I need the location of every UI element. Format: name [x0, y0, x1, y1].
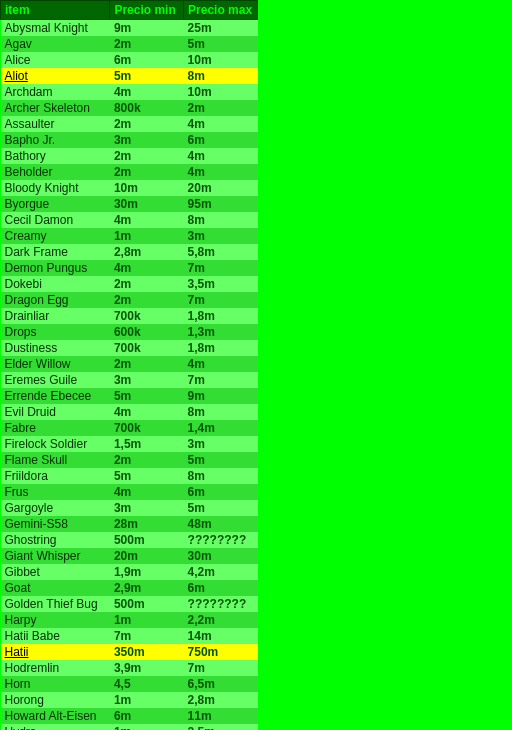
cell-item: Giant Whisper: [1, 548, 110, 564]
table-row: Friildora5m8m: [1, 468, 258, 484]
cell-item: Drainliar: [1, 308, 110, 324]
table-row: Firelock Soldier1,5m3m: [1, 436, 258, 452]
cell-precio-min: 700k: [110, 340, 184, 356]
cell-item: Bloody Knight: [1, 180, 110, 196]
cell-item: Elder Willow: [1, 356, 110, 372]
cell-precio-max: 14m: [184, 628, 258, 644]
cell-precio-min: 30m: [110, 196, 184, 212]
cell-precio-min: 1m: [110, 692, 184, 708]
table-row: Harpy1m2,2m: [1, 612, 258, 628]
table-row: Drops600k1,3m: [1, 324, 258, 340]
cell-precio-min: 1m: [110, 612, 184, 628]
table-row: Goat2,9m6m: [1, 580, 258, 596]
cell-item: Frus: [1, 484, 110, 500]
table-row: Archer Skeleton800k2m: [1, 100, 258, 116]
cell-item: Dustiness: [1, 340, 110, 356]
cell-precio-max: 5m: [184, 452, 258, 468]
cell-precio-min: 2m: [110, 276, 184, 292]
cell-precio-max: 8m: [184, 468, 258, 484]
table-row: Flame Skull2m5m: [1, 452, 258, 468]
cell-item: Bathory: [1, 148, 110, 164]
cell-item: Hatii Babe: [1, 628, 110, 644]
cell-item: Goat: [1, 580, 110, 596]
cell-precio-max: 4m: [184, 164, 258, 180]
cell-item: Demon Pungus: [1, 260, 110, 276]
table-row: Horn4,56,5m: [1, 676, 258, 692]
cell-item: Cecil Damon: [1, 212, 110, 228]
price-table: item Precio min Precio max Abysmal Knigh…: [0, 0, 258, 730]
cell-item: Harpy: [1, 612, 110, 628]
cell-item: Hatii: [1, 644, 110, 660]
cell-item: Gargoyle: [1, 500, 110, 516]
cell-item: Friildora: [1, 468, 110, 484]
cell-precio-min: 800k: [110, 100, 184, 116]
cell-precio-min: 2m: [110, 116, 184, 132]
table-row: Errende Ebecee5m9m: [1, 388, 258, 404]
table-row: Dustiness700k1,8m: [1, 340, 258, 356]
cell-precio-min: 3m: [110, 372, 184, 388]
cell-precio-max: 25m: [184, 20, 258, 37]
cell-precio-min: 10m: [110, 180, 184, 196]
cell-precio-max: 5,8m: [184, 244, 258, 260]
table-row: Creamy1m3m: [1, 228, 258, 244]
table-row: Demon Pungus4m7m: [1, 260, 258, 276]
cell-item: Gemini-S58: [1, 516, 110, 532]
cell-precio-min: 1m: [110, 724, 184, 730]
table-row: Bathory2m4m: [1, 148, 258, 164]
cell-precio-min: 2m: [110, 292, 184, 308]
table-row: Eremes Guile3m7m: [1, 372, 258, 388]
table-row: Gemini-S5828m48m: [1, 516, 258, 532]
cell-item: Dragon Egg: [1, 292, 110, 308]
cell-precio-min: 2,8m: [110, 244, 184, 260]
cell-item: Ghostring: [1, 532, 110, 548]
cell-precio-min: 1,5m: [110, 436, 184, 452]
cell-item: Flame Skull: [1, 452, 110, 468]
cell-precio-max: 4m: [184, 356, 258, 372]
cell-precio-max: 4m: [184, 116, 258, 132]
cell-item: Agav: [1, 36, 110, 52]
cell-precio-max: 2m: [184, 100, 258, 116]
cell-item: Abysmal Knight: [1, 20, 110, 37]
cell-precio-min: 3,9m: [110, 660, 184, 676]
cell-precio-min: 5m: [110, 68, 184, 84]
table-row: Elder Willow2m4m: [1, 356, 258, 372]
cell-item: Evil Druid: [1, 404, 110, 420]
cell-precio-max: 10m: [184, 84, 258, 100]
table-row: Beholder2m4m: [1, 164, 258, 180]
cell-item: Assaulter: [1, 116, 110, 132]
table-row: Bloody Knight10m20m: [1, 180, 258, 196]
cell-precio-min: 4m: [110, 484, 184, 500]
cell-precio-max: 2,2m: [184, 612, 258, 628]
cell-precio-max: 2,5m: [184, 724, 258, 730]
cell-precio-max: 4m: [184, 148, 258, 164]
cell-precio-max: 1,3m: [184, 324, 258, 340]
cell-precio-max: 20m: [184, 180, 258, 196]
cell-precio-max: 3m: [184, 228, 258, 244]
table-row: Hydra1m2,5m: [1, 724, 258, 730]
cell-precio-max: 6,5m: [184, 676, 258, 692]
table-row: Giant Whisper20m30m: [1, 548, 258, 564]
cell-precio-min: 5m: [110, 468, 184, 484]
cell-precio-max: ????????: [184, 596, 258, 612]
cell-precio-min: 7m: [110, 628, 184, 644]
cell-item: Horong: [1, 692, 110, 708]
cell-item: Archer Skeleton: [1, 100, 110, 116]
cell-item: Horn: [1, 676, 110, 692]
cell-precio-min: 1m: [110, 228, 184, 244]
cell-precio-min: 6m: [110, 52, 184, 68]
table-row: Fabre700k1,4m: [1, 420, 258, 436]
cell-precio-min: 600k: [110, 324, 184, 340]
header-item: item: [1, 1, 110, 20]
table-row: Ghostring500m????????: [1, 532, 258, 548]
cell-item: Golden Thief Bug: [1, 596, 110, 612]
table-row: Hatii350m750m: [1, 644, 258, 660]
cell-precio-max: 7m: [184, 372, 258, 388]
cell-precio-min: 6m: [110, 708, 184, 724]
table-row: Gibbet1,9m4,2m: [1, 564, 258, 580]
cell-precio-max: 6m: [184, 484, 258, 500]
cell-precio-min: 2m: [110, 452, 184, 468]
cell-precio-max: 7m: [184, 660, 258, 676]
cell-precio-max: 9m: [184, 388, 258, 404]
table-row: Assaulter2m4m: [1, 116, 258, 132]
cell-precio-max: 750m: [184, 644, 258, 660]
